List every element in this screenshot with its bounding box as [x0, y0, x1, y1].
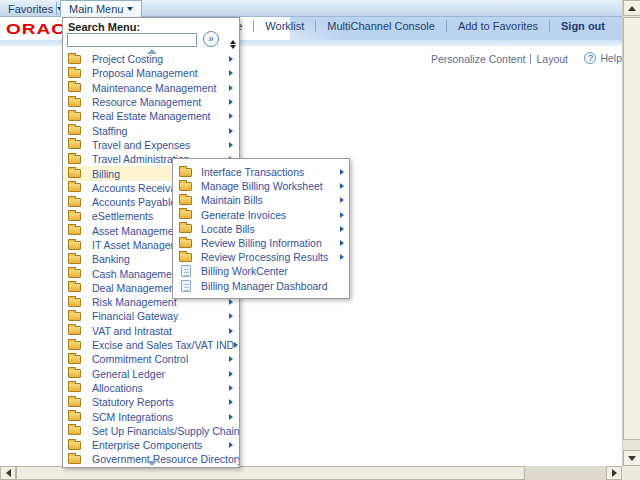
- page-icon: [181, 280, 191, 292]
- favorites-menu[interactable]: Favorites: [8, 0, 63, 17]
- search-menu-label: Search Menu:: [68, 21, 140, 33]
- help-label: Help: [600, 52, 622, 64]
- submenu-arrow-icon: [229, 99, 233, 105]
- arrow-right-icon: [612, 469, 617, 477]
- submenu-item-review-billing-information[interactable]: Review Billing Information: [173, 236, 349, 250]
- submenu-item-billing-manager-dashboard[interactable]: Billing Manager Dashboard: [173, 279, 349, 293]
- folder-icon: [68, 183, 81, 192]
- menu-item-maintenance-management[interactable]: Maintenance Management: [63, 81, 239, 95]
- submenu-arrow-icon: [229, 56, 233, 62]
- folder-icon: [179, 239, 192, 248]
- folder-icon: [68, 369, 81, 378]
- submenu-arrow-icon: [340, 212, 344, 218]
- folder-icon: [179, 210, 192, 219]
- folder-icon: [68, 398, 81, 407]
- folder-icon: [179, 182, 192, 191]
- sign-out-link[interactable]: Sign out: [550, 20, 616, 32]
- horizontal-scrollbar-thumb[interactable]: [16, 466, 525, 480]
- menu-item-real-estate-management[interactable]: Real Estate Management: [63, 109, 239, 123]
- folder-icon: [179, 253, 192, 262]
- menu-item-travel-and-expenses[interactable]: Travel and Expenses: [63, 138, 239, 152]
- help-link[interactable]: ? Help: [584, 52, 622, 64]
- main-menu-tab[interactable]: Main Menu: [60, 0, 142, 17]
- menu-item-scm-integrations[interactable]: SCM Integrations: [63, 409, 239, 423]
- multichannel-console-link[interactable]: MultiChannel Console: [316, 20, 447, 32]
- submenu-item-manage-billing-worksheet[interactable]: Manage Billing Worksheet: [173, 179, 349, 193]
- folder-icon: [68, 55, 81, 64]
- vertical-scrollbar[interactable]: [622, 0, 640, 466]
- pipe-separator: [530, 54, 531, 64]
- menu-item-resource-management[interactable]: Resource Management: [63, 95, 239, 109]
- tab-separator: [56, 2, 57, 15]
- scroll-right-button[interactable]: [606, 466, 622, 480]
- submenu-arrow-icon: [229, 385, 233, 391]
- folder-icon: [179, 196, 192, 205]
- submenu-item-locate-bills[interactable]: Locate Bills: [173, 222, 349, 236]
- page-icon: [181, 265, 191, 277]
- submenu-arrow-icon: [229, 414, 233, 420]
- vertical-scrollbar-thumb[interactable]: [623, 17, 640, 440]
- menu-item-allocations[interactable]: Allocations: [63, 381, 239, 395]
- folder-icon: [68, 426, 81, 435]
- submenu-item-billing-workcenter[interactable]: Billing WorkCenter: [173, 264, 349, 278]
- folder-icon: [68, 155, 81, 164]
- main-menu-label: Main Menu: [69, 3, 123, 15]
- submenu-arrow-icon: [340, 183, 344, 189]
- folder-icon: [68, 441, 81, 450]
- folder-icon: [68, 269, 81, 278]
- submenu-item-maintain-bills[interactable]: Maintain Bills: [173, 193, 349, 207]
- resize-down-icon: [230, 45, 236, 49]
- menu-item-staffing[interactable]: Staffing: [63, 123, 239, 137]
- folder-icon: [179, 224, 192, 233]
- folder-icon: [68, 455, 81, 464]
- scroll-down-button[interactable]: [623, 450, 640, 466]
- arrow-left-icon: [6, 469, 11, 477]
- submenu-arrow-icon: [229, 299, 233, 305]
- layout-link[interactable]: Layout: [536, 53, 568, 65]
- menu-item-general-ledger[interactable]: General Ledger: [63, 367, 239, 381]
- menu-item-project-costing[interactable]: Project Costing: [63, 52, 239, 66]
- submenu-item-generate-invoices[interactable]: Generate Invoices: [173, 208, 349, 222]
- menu-item-proposal-management[interactable]: Proposal Management: [63, 66, 239, 80]
- resize-up-icon: [230, 40, 236, 44]
- submenu-item-interface-transactions[interactable]: Interface Transactions: [173, 165, 349, 179]
- menu-item-vat-and-intrastat[interactable]: VAT and Intrastat: [63, 324, 239, 338]
- folder-icon: [68, 383, 81, 392]
- folder-icon: [68, 355, 81, 364]
- add-to-favorites-link[interactable]: Add to Favorites: [447, 20, 550, 32]
- menu-item-statutory-reports[interactable]: Statutory Reports: [63, 395, 239, 409]
- folder-icon: [179, 168, 192, 177]
- menu-item-enterprise-components[interactable]: Enterprise Components: [63, 438, 239, 452]
- arrow-down-icon: [628, 456, 636, 461]
- menu-search-input[interactable]: [67, 33, 197, 47]
- folder-icon: [68, 83, 81, 92]
- menu-item-excise-and-sales-tax-vat-ind[interactable]: Excise and Sales Tax/VAT IND: [63, 338, 239, 352]
- personalize-content-link[interactable]: Personalize Content: [431, 53, 526, 65]
- menu-resize-handle[interactable]: [230, 40, 236, 49]
- submenu-arrow-icon: [229, 113, 233, 119]
- folder-icon: [68, 326, 81, 335]
- arrow-up-icon: [628, 6, 636, 11]
- submenu-arrow-icon: [229, 399, 233, 405]
- submenu-arrow-icon: [229, 356, 233, 362]
- application-window: Favorites Main Menu Home Worklist MultiC…: [0, 0, 640, 480]
- scroll-up-button[interactable]: [623, 0, 640, 16]
- menu-item-commitment-control[interactable]: Commitment Control: [63, 352, 239, 366]
- submenu-arrow-icon: [340, 254, 344, 260]
- submenu-arrow-icon: [229, 128, 233, 134]
- billing-submenu: Interface Transactions Manage Billing Wo…: [172, 158, 350, 299]
- top-nav-bar: Favorites Main Menu: [0, 0, 622, 17]
- submenu-arrow-icon: [340, 169, 344, 175]
- search-go-button[interactable]: »: [203, 31, 219, 47]
- folder-icon: [68, 98, 81, 107]
- scroll-left-button[interactable]: [0, 466, 16, 480]
- submenu-item-review-processing-results[interactable]: Review Processing Results: [173, 250, 349, 264]
- menu-item-financial-gateway[interactable]: Financial Gateway: [63, 309, 239, 323]
- menu-scroll-down-icon[interactable]: [147, 461, 157, 466]
- submenu-arrow-icon: [234, 342, 238, 348]
- worklist-link[interactable]: Worklist: [254, 20, 316, 32]
- submenu-arrow-icon: [340, 226, 344, 232]
- menu-item-set-up-financials-supply-chain[interactable]: Set Up Financials/Supply Chain: [63, 424, 239, 438]
- folder-icon: [68, 298, 81, 307]
- submenu-arrow-icon: [229, 313, 233, 319]
